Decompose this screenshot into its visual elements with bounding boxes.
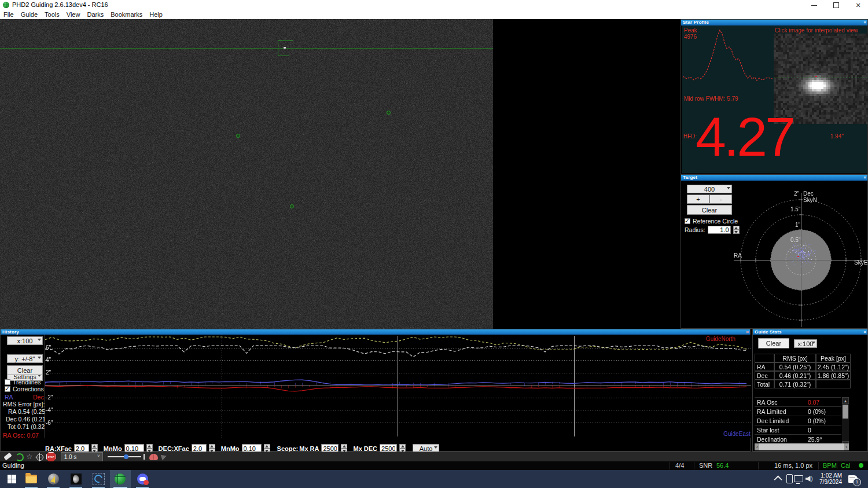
menu-darks[interactable]: Darks bbox=[83, 10, 107, 19]
reference-circle-label: Reference Circle bbox=[693, 218, 738, 225]
guide-stats-title-text: Guide Stats bbox=[755, 329, 782, 335]
guide-star[interactable] bbox=[284, 47, 286, 49]
stats-scale-value: x:100 bbox=[798, 340, 814, 347]
maximize-icon bbox=[833, 2, 839, 8]
maximize-button[interactable] bbox=[826, 0, 846, 10]
zoom-out-button[interactable]: - bbox=[709, 195, 732, 204]
target-clear-button[interactable]: Clear bbox=[687, 205, 732, 215]
reference-circle-row[interactable]: Reference Circle bbox=[685, 218, 738, 225]
table-header-row: RMS [px] Peak [px] bbox=[755, 354, 851, 362]
taskbar-phd2-active[interactable] bbox=[110, 470, 131, 488]
menu-help[interactable]: Help bbox=[146, 10, 166, 19]
taskbar-discord[interactable] bbox=[135, 472, 149, 486]
guide-star-bracket-bottom bbox=[278, 56, 289, 56]
dark-app-icon bbox=[71, 474, 82, 485]
star-profile-panel: Star Profile× Peak 4976 Click image for … bbox=[681, 19, 868, 174]
target-title[interactable]: Target× bbox=[681, 175, 867, 181]
scroll-right-icon[interactable]: › bbox=[845, 445, 849, 450]
folder-icon bbox=[25, 475, 37, 483]
y-axis-tick: 6" bbox=[46, 344, 51, 351]
bpm-indicator: BPM bbox=[823, 462, 837, 469]
scroll-left-icon[interactable]: ‹ bbox=[755, 445, 758, 450]
corrections-checkbox[interactable] bbox=[5, 386, 10, 392]
history-title-text: History bbox=[2, 329, 19, 335]
history-clear-button[interactable]: Clear bbox=[7, 365, 43, 375]
windows-taskbar: ) 1:02 AM 7/9/2024 1 bbox=[0, 470, 868, 488]
stretch-slider[interactable] bbox=[108, 453, 141, 460]
trendlines-checkbox[interactable] bbox=[5, 379, 10, 385]
list-item: Star lost0 bbox=[755, 425, 841, 435]
lock-position-line bbox=[0, 48, 493, 49]
taskbar-app-dark[interactable] bbox=[69, 472, 83, 486]
stop-button[interactable]: STOP bbox=[46, 452, 56, 462]
panel-close-icon[interactable]: × bbox=[863, 175, 866, 181]
exposure-dropdown[interactable]: 1.0 s ˅ bbox=[61, 452, 103, 462]
hfd-arcsec: 1.94" bbox=[830, 133, 844, 140]
advance-frame-icon[interactable] bbox=[160, 453, 167, 460]
loop-exposures-button[interactable] bbox=[14, 453, 24, 461]
y-axis-tick: 2" bbox=[46, 369, 51, 376]
trendlines-row[interactable]: Trendlines bbox=[5, 379, 41, 386]
taskbar-file-explorer[interactable] bbox=[24, 472, 38, 486]
zoom-in-button[interactable]: + bbox=[687, 195, 709, 204]
windows-logo-icon bbox=[8, 475, 16, 483]
reference-circle-checkbox[interactable] bbox=[685, 218, 690, 224]
start-button[interactable] bbox=[5, 472, 19, 486]
corrections-row[interactable]: Corrections bbox=[5, 386, 44, 392]
camera-frame-image[interactable] bbox=[0, 19, 493, 329]
guide-stats-panel: Guide Stats× Clear x:100 RMS [px] Peak [… bbox=[752, 329, 868, 452]
horizontal-scrollbar[interactable]: ‹ › bbox=[755, 443, 849, 450]
ring-1arcsec-label: 1" bbox=[795, 222, 800, 228]
auto-select-star-button[interactable]: ☆ bbox=[26, 453, 33, 461]
close-button[interactable]: ✕ bbox=[848, 0, 868, 10]
list-item: Dec Limited0 (0%) bbox=[755, 416, 841, 425]
taskbar-app-sphere[interactable] bbox=[46, 472, 60, 486]
window-titlebar[interactable]: PHD2 Guiding 2.6.13dev4 - RC16 ✕ bbox=[0, 0, 868, 10]
hfd-label: HFD: bbox=[683, 133, 697, 140]
dec-legend: Dec bbox=[33, 394, 44, 401]
window-title: PHD2 Guiding 2.6.13dev4 - RC16 bbox=[12, 1, 108, 8]
taskbar-app-capture[interactable] bbox=[91, 472, 105, 486]
snr-label: SNR bbox=[699, 462, 712, 469]
stats-scale-dropdown[interactable]: x:100 bbox=[794, 339, 817, 348]
slider-thumb[interactable] bbox=[124, 454, 128, 459]
target-icon-h bbox=[35, 457, 44, 457]
vertical-scrollbar[interactable]: ▲ ▼ bbox=[842, 397, 849, 448]
spin-up-icon[interactable] bbox=[399, 444, 406, 449]
scroll-thumb[interactable] bbox=[843, 405, 848, 419]
menu-file[interactable]: File bbox=[0, 10, 17, 19]
spin-up-icon[interactable] bbox=[146, 444, 153, 449]
camera-view[interactable] bbox=[0, 19, 493, 329]
history-xscale-dropdown[interactable]: x:100 bbox=[7, 336, 43, 345]
start-guiding-button[interactable] bbox=[35, 453, 44, 461]
dec-axis-label: Dec bbox=[803, 190, 814, 197]
panel-close-icon[interactable]: × bbox=[863, 20, 866, 25]
star-profile-title[interactable]: Star Profile× bbox=[681, 20, 867, 25]
target-zoom-dropdown[interactable]: 400 bbox=[687, 185, 732, 193]
scroll-up-icon[interactable]: ▲ bbox=[842, 397, 849, 404]
history-yscale-dropdown[interactable]: y: +/-8" bbox=[7, 354, 43, 363]
menu-view[interactable]: View bbox=[63, 10, 84, 19]
spin-up-icon[interactable] bbox=[209, 444, 215, 449]
ring-05arcsec-label: 0.5" bbox=[790, 237, 800, 243]
list-item: Declination25.9° bbox=[755, 435, 841, 444]
stats-clear-button[interactable]: Clear bbox=[758, 338, 789, 348]
guiding-assistant-button[interactable] bbox=[149, 454, 158, 460]
menu-tools[interactable]: Tools bbox=[41, 10, 63, 19]
scroll-thumb[interactable] bbox=[759, 443, 845, 450]
spin-up-icon[interactable] bbox=[264, 444, 270, 449]
peak-label: Peak bbox=[684, 27, 697, 34]
menu-guide[interactable]: Guide bbox=[17, 10, 41, 19]
radius-input[interactable] bbox=[708, 226, 731, 234]
phd2-window: PHD2 Guiding 2.6.13dev4 - RC16 ✕ File Gu… bbox=[0, 0, 868, 488]
guide-star-bracket bbox=[278, 41, 278, 56]
connect-equipment-button[interactable] bbox=[3, 453, 12, 461]
menu-bookmarks[interactable]: Bookmarks bbox=[107, 10, 146, 19]
tray-clock[interactable]: 1:02 AM 7/9/2024 bbox=[813, 472, 842, 485]
spin-up-icon[interactable] bbox=[91, 444, 98, 449]
action-center-button[interactable]: 1 bbox=[846, 472, 860, 486]
peak-header: Peak [px] bbox=[816, 354, 851, 362]
loop-icon bbox=[16, 453, 24, 461]
minimize-button[interactable] bbox=[804, 0, 824, 10]
spin-up-icon[interactable] bbox=[341, 444, 347, 449]
